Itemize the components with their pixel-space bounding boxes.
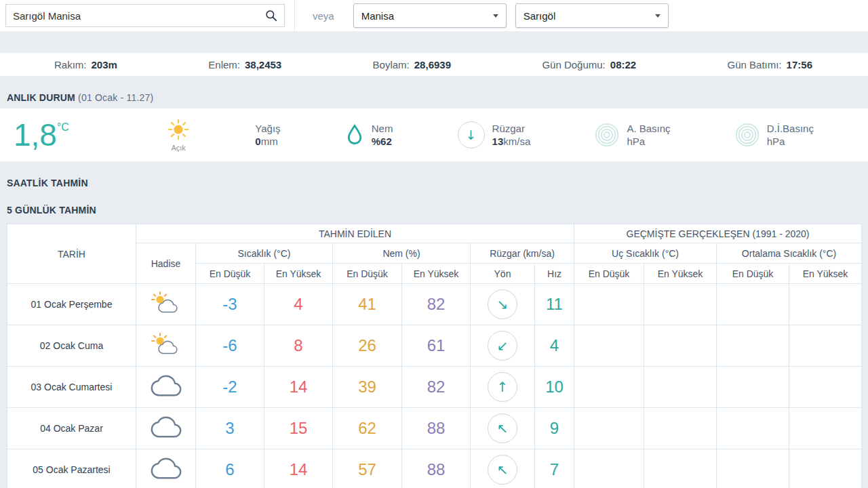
sunrise-value: 08:22: [610, 59, 636, 70]
hist-extreme-high-cell: [644, 449, 717, 488]
cloud-icon: [151, 416, 182, 438]
table-row: 04 Ocak Pazar 3 15 62 88 ↖ 9: [7, 408, 862, 449]
latitude-info: Enlem: 38,2453: [208, 59, 281, 70]
temperature-unit: °C: [57, 121, 69, 134]
hist-extreme-low-cell: [574, 408, 644, 449]
daily-section-title: 5 GÜNLÜK TAHMİN: [7, 205, 868, 216]
wind-arrow-glyph: ↑: [497, 379, 509, 395]
search-box: [5, 4, 285, 27]
province-select[interactable]: Manisa: [353, 3, 507, 28]
sea-level-pressure-text: D.İ.Basınç hPa: [767, 122, 814, 148]
hist-avg-high-cell: [789, 408, 862, 449]
wind-direction-icon: ↖: [488, 455, 517, 485]
condition-cell: [136, 408, 196, 449]
current-condition: Açık: [166, 119, 191, 152]
altitude-label: Rakım:: [54, 59, 87, 70]
pressure-rings-icon: [735, 123, 760, 147]
longitude-info: Boylam: 28,6939: [373, 59, 451, 70]
wind-arrow-glyph: ↙: [497, 338, 509, 354]
hist-avg-low-cell: [717, 408, 789, 449]
humidity-high-cell: 61: [402, 325, 471, 367]
wind-dir-cell: ↙: [471, 325, 535, 367]
current-subtitle: (01 Ocak - 11.27): [78, 92, 153, 103]
hist-avg-high-cell: [789, 449, 862, 488]
divider: [294, 0, 295, 31]
hist-extreme-low-cell: [574, 449, 644, 488]
humidity-low-header: En Düşük: [333, 264, 402, 284]
search-button[interactable]: [258, 5, 284, 26]
or-label: veya: [313, 10, 334, 22]
hourly-section-title: SAATLİK TAHMİN: [7, 178, 868, 188]
pressure-unit: hPa: [627, 135, 670, 148]
precipitation-text: Yağış 0mm: [255, 122, 280, 148]
humidity-text: Nem %62: [372, 122, 393, 148]
topbar: veya Manisa Sarıgöl: [0, 0, 868, 31]
hist-avg-high-cell: [789, 367, 862, 408]
hist-avg-low-cell: [717, 284, 789, 325]
temp-low-cell: -6: [196, 325, 264, 367]
wind-direction-icon: ↓: [458, 121, 485, 148]
temp-low-cell: 6: [196, 449, 264, 488]
temperature-group-header: Sıcaklık (°C): [196, 243, 333, 264]
humidity-high-cell: 88: [402, 449, 471, 488]
pressure-text: A. Basınç hPa: [627, 122, 670, 148]
hist-avg-high-cell: [789, 325, 862, 367]
precipitation-unit: mm: [261, 136, 278, 147]
latitude-value: 38,2453: [245, 59, 281, 70]
humidity-group-header: Nem (%): [333, 243, 471, 264]
hist-avg-high-cell: [789, 284, 862, 325]
district-select-value: Sarıgöl: [524, 10, 556, 22]
wind-speed-cell: 9: [535, 408, 574, 449]
latitude-label: Enlem:: [208, 59, 240, 70]
current-conditions-panel: 1,8 °C Açık Yağış 0mm: [0, 108, 868, 161]
wind-speed-cell: 10: [535, 367, 574, 408]
wind-dir-cell: ↑: [471, 367, 535, 408]
forecast-date: 03 Ocak Cumartesi: [7, 367, 136, 408]
district-select[interactable]: Sarıgöl: [515, 3, 669, 28]
temp-high-cell: 8: [264, 325, 333, 367]
sea-level-pressure-unit: hPa: [767, 135, 814, 148]
altitude-value: 203m: [92, 59, 117, 70]
humidity-low-cell: 57: [333, 449, 402, 488]
temp-high-cell: 14: [264, 367, 333, 408]
partly-cloudy-icon: [149, 291, 183, 315]
longitude-label: Boylam:: [373, 59, 410, 70]
forecast-date: 01 Ocak Perşembe: [7, 284, 136, 325]
table-row: 05 Ocak Pazartesi 6 14 57 88 ↖ 7: [7, 449, 862, 488]
condition-label: Açık: [171, 144, 185, 152]
water-drop-icon: [345, 124, 364, 146]
wind-dir-cell: ↖: [471, 449, 535, 488]
sun-icon: [166, 119, 191, 143]
pressure-label: A. Basınç: [627, 122, 670, 135]
wind-group-header: Rüzgar (km/sa): [471, 243, 574, 264]
hist-extreme-low-cell: [574, 325, 644, 367]
wind-direction-icon: ↘: [488, 289, 517, 319]
extreme-high-header: En Yüksek: [644, 264, 717, 284]
hist-avg-low-cell: [717, 449, 789, 488]
temp-low-cell: -2: [196, 367, 264, 408]
wind-metric: ↓ Rüzgar 13km/sa: [458, 121, 531, 148]
altitude-info: Rakım: 203m: [54, 59, 117, 70]
pressure-rings-icon: [595, 123, 619, 147]
extreme-temp-group-header: Uç Sıcaklık (°C): [574, 243, 717, 264]
wind-dir-header: Yön: [471, 264, 535, 284]
wind-speed-cell: 11: [535, 284, 574, 325]
cloud-icon: [151, 375, 182, 396]
wind-number: 13: [492, 136, 504, 147]
temperature-value: 1,8: [14, 117, 57, 152]
humidity-low-cell: 26: [333, 325, 402, 367]
sunrise-label: Gün Doğumu:: [542, 59, 605, 70]
hist-extreme-high-cell: [644, 325, 717, 367]
longitude-value: 28,6939: [414, 59, 451, 70]
humidity-low-cell: 39: [333, 367, 402, 408]
hist-extreme-low-cell: [574, 284, 644, 325]
chevron-down-icon: [655, 14, 660, 18]
avg-high-header: En Yüksek: [789, 264, 862, 284]
search-input[interactable]: [6, 10, 258, 22]
table-row: 03 Ocak Cumartesi -2 14 39 82 ↑ 10: [7, 367, 862, 408]
wind-label: Rüzgar: [492, 122, 531, 135]
avg-low-header: En Düşük: [717, 264, 789, 284]
humidity-label: Nem: [372, 122, 393, 135]
wind-direction-icon: ↙: [488, 331, 517, 361]
hist-extreme-high-cell: [644, 408, 717, 449]
